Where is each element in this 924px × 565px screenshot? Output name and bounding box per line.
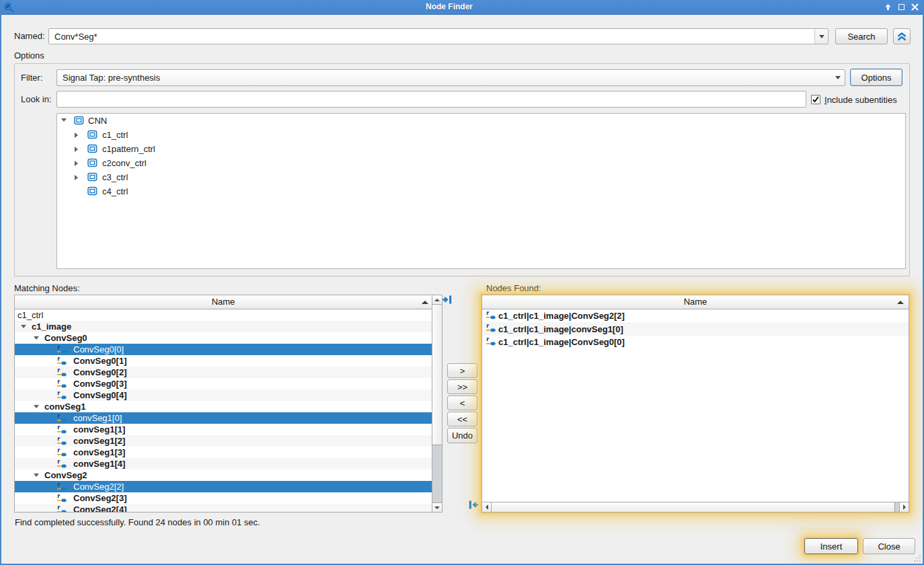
matching-node-label: convSeg1[2] [73, 435, 125, 447]
look-in-input[interactable] [56, 91, 806, 108]
matching-node-row[interactable]: ConvSeg0[3] [15, 378, 432, 389]
titlebar[interactable]: Node Finder [0, 0, 924, 15]
tree-expander-open-icon[interactable] [34, 474, 39, 477]
matching-node-row[interactable]: ConvSeg2[3] [15, 492, 432, 504]
found-node-label: c1_ctrl|c1_image|ConvSeg2[2] [498, 309, 625, 322]
named-combobox-dropdown[interactable] [814, 29, 828, 44]
triangle-down-icon [434, 506, 440, 509]
registered-node-icon [57, 390, 68, 400]
matching-node-row[interactable]: convSeg1[3] [15, 447, 432, 458]
matching-node-label: convSeg1[0] [73, 412, 122, 424]
up-arrow-icon [884, 3, 892, 11]
matching-node-row[interactable]: c1_ctrl [15, 309, 432, 321]
registered-node-icon [57, 367, 68, 377]
matching-node-label: ConvSeg2[3] [73, 492, 126, 504]
collapse-options-button[interactable] [893, 28, 911, 44]
matching-node-row[interactable]: convSeg1[0] [15, 412, 432, 424]
nodes-found-header[interactable]: Name [482, 295, 909, 309]
matching-node-row[interactable]: c1_image [15, 321, 432, 332]
found-node-row[interactable]: c1_ctrl|c1_image|ConvSeg2[2] [482, 309, 909, 322]
shade-window-button[interactable] [881, 0, 894, 14]
matching-node-row[interactable]: convSeg1[4] [15, 458, 432, 469]
matching-node-row[interactable]: ConvSeg2[2] [15, 481, 432, 492]
move-all-right-button[interactable]: >> [447, 379, 477, 394]
tree-expander-closed-icon[interactable] [75, 161, 78, 166]
look-in-tree-item[interactable]: c1pattern_ctrl [57, 142, 905, 156]
close-button[interactable]: Close [863, 538, 915, 554]
tree-expander-open-icon[interactable] [34, 336, 39, 340]
maximize-window-button[interactable] [894, 0, 908, 14]
chevron-down-icon [819, 35, 824, 38]
matching-node-row[interactable]: ConvSeg2 [15, 469, 432, 481]
nodes-found-table: Name c1_ctrl|c1_image|ConvSeg2[2] c1_ctr… [482, 295, 909, 513]
matching-node-label: convSeg1[1] [73, 424, 125, 435]
node-finder-dialog: Node Finder Named: Conv*Seg* Search Opti… [0, 0, 924, 565]
move-selected-right-button[interactable]: > [447, 363, 477, 378]
tree-item-label: c1_ctrl [102, 128, 128, 142]
matching-node-row[interactable]: ConvSeg0[2] [15, 367, 432, 378]
named-label: Named: [14, 31, 45, 42]
nodes-found-label: Nodes Found: [486, 283, 541, 294]
matching-node-row[interactable]: ConvSeg0[4] [15, 389, 432, 401]
matching-node-row[interactable]: ConvSeg0[1] [15, 355, 432, 367]
undo-button[interactable]: Undo [447, 428, 477, 443]
nodes-found-horizontal-scrollbar[interactable] [482, 502, 909, 512]
filter-label: Filter: [21, 73, 43, 83]
scroll-right-button[interactable] [899, 502, 909, 512]
resize-grip[interactable] [913, 554, 921, 562]
move-selected-left-button[interactable]: < [447, 396, 477, 410]
matching-node-row[interactable]: convSeg1[1] [15, 424, 432, 435]
tree-item-label: c4_ctrl [102, 184, 128, 198]
matching-nodes-header[interactable]: Name [15, 295, 432, 309]
look-in-tree-item[interactable]: c1_ctrl [57, 128, 905, 142]
tree-item-label: c3_ctrl [102, 170, 128, 184]
named-combobox[interactable]: Conv*Seg* [48, 28, 829, 44]
tree-item-label: c2conv_ctrl [102, 156, 147, 170]
include-subentities-checkbox[interactable] [811, 95, 820, 104]
options-button[interactable]: Options [850, 69, 902, 86]
look-in-tree-item[interactable]: CNN [57, 114, 905, 128]
nodes-found-column-name: Name [482, 295, 909, 309]
tree-expander-open-icon[interactable] [21, 325, 26, 328]
look-in-tree-item[interactable]: c3_ctrl [57, 170, 905, 184]
tree-expander-closed-icon[interactable] [75, 147, 78, 152]
filter-combobox-dropdown[interactable] [831, 70, 845, 85]
tree-expander-open-icon[interactable] [61, 118, 67, 122]
close-window-button[interactable] [908, 0, 921, 14]
scroll-left-button[interactable] [482, 502, 492, 512]
matching-node-row[interactable]: convSeg1[2] [15, 435, 432, 447]
tree-expander-closed-icon[interactable] [75, 175, 78, 180]
search-button[interactable]: Search [835, 28, 888, 44]
options-button-label: Options [861, 73, 892, 83]
matching-node-row[interactable]: ConvSeg0[0] [15, 344, 432, 355]
matching-nodes-rows: c1_ctrlc1_imageConvSeg0 ConvSeg0[0] Conv… [15, 309, 432, 512]
move-all-left-label: << [457, 414, 467, 424]
tree-expander-closed-icon[interactable] [75, 133, 78, 138]
matching-node-row[interactable]: convSeg1 [15, 401, 432, 412]
found-node-row[interactable]: c1_ctrl|c1_image|ConvSeg0[0] [482, 336, 909, 348]
status-message: Find completed successfully. Found 24 no… [15, 517, 260, 527]
look-in-tree-item[interactable]: c4_ctrl [57, 184, 905, 198]
include-subentities-label: Include subentities [824, 95, 897, 106]
insert-button[interactable]: Insert [804, 538, 858, 554]
registered-node-icon [486, 310, 497, 320]
scroll-down-button[interactable] [432, 502, 442, 512]
matching-nodes-vertical-scrollbar[interactable] [432, 295, 442, 512]
undo-label: Undo [452, 430, 473, 441]
scroll-up-button[interactable] [432, 295, 442, 305]
matching-node-row[interactable]: ConvSeg0 [15, 332, 432, 344]
blue-entity-chip-icon [87, 130, 98, 139]
scrollbar-thumb[interactable] [432, 305, 442, 445]
registered-node-icon [57, 493, 68, 503]
matching-node-label: ConvSeg0[2] [73, 367, 126, 378]
close-x-icon [911, 3, 919, 11]
found-node-row[interactable]: c1_ctrl|c1_image|convSeg1[0] [482, 322, 909, 335]
look-in-tree-item[interactable]: c2conv_ctrl [57, 156, 905, 170]
registered-node-icon [57, 424, 68, 435]
blue-entity-chip-icon [87, 186, 98, 196]
move-all-left-button[interactable]: << [447, 412, 477, 426]
filter-combobox[interactable]: Signal Tap: pre-synthesis [56, 69, 845, 86]
scrollbar-thumb[interactable] [492, 502, 895, 512]
tree-expander-open-icon[interactable] [34, 405, 39, 408]
matching-node-row[interactable]: ConvSeg2[4] [15, 504, 432, 512]
